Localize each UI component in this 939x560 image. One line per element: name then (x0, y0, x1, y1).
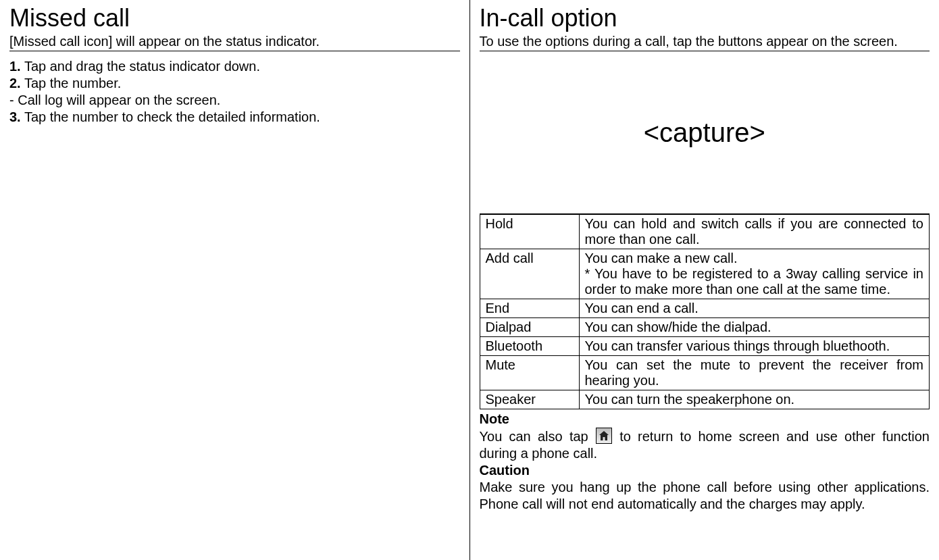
svg-marker-0 (599, 431, 609, 440)
option-label: Dialpad (480, 318, 579, 337)
step-2-sub: - Call log will appear on the screen. (9, 92, 460, 109)
option-label: Speaker (480, 390, 579, 409)
step-2-text: Tap the number. (21, 76, 122, 91)
left-column: Missed call [Missed call icon] will appe… (0, 0, 469, 560)
option-desc: You can make a new call. * You have to b… (579, 249, 930, 299)
option-desc: You can end a call. (579, 299, 930, 318)
option-desc: You can transfer various things through … (579, 337, 930, 356)
option-desc: You can set the mute to prevent the rece… (579, 356, 930, 390)
option-label: Bluetooth (480, 337, 579, 356)
right-subdesc: To use the options during a call, tap th… (480, 34, 930, 51)
document-page: Missed call [Missed call icon] will appe… (0, 0, 939, 560)
table-row: Add call You can make a new call. * You … (480, 249, 930, 299)
capture-placeholder: <capture> (480, 51, 930, 214)
step-2-num: 2. (9, 76, 21, 91)
option-desc: You can hold and switch calls if you are… (579, 215, 930, 249)
options-table: Hold You can hold and switch calls if yo… (480, 214, 930, 409)
option-label: Add call (480, 249, 579, 299)
option-desc: You can turn the speakerphone on. (579, 390, 930, 409)
capture-label: <capture> (644, 118, 765, 148)
table-row: Hold You can hold and switch calls if yo… (480, 215, 930, 249)
table-row: Dialpad You can show/hide the dialpad. (480, 318, 930, 337)
right-column: In-call option To use the options during… (470, 0, 940, 560)
note-text: You can also tap to return to home scree… (480, 428, 930, 462)
table-row: End You can end a call. (480, 299, 930, 318)
option-label: Hold (480, 215, 579, 249)
caution-text: Make sure you hang up the phone call bef… (480, 479, 930, 513)
step-3-text: Tap the number to check the detailed inf… (21, 109, 320, 124)
table-row: Bluetooth You can transfer various thing… (480, 337, 930, 356)
step-3-num: 3. (9, 109, 21, 124)
step-2: 2. Tap the number. (9, 75, 460, 92)
home-icon (596, 428, 612, 444)
table-row: Speaker You can turn the speakerphone on… (480, 390, 930, 409)
step-3: 3. Tap the number to check the detailed … (9, 109, 460, 126)
left-subdesc: [Missed call icon] will appear on the st… (9, 34, 460, 51)
left-title: Missed call (9, 4, 460, 32)
step-1: 1. Tap and drag the status indicator dow… (9, 58, 460, 75)
option-label: End (480, 299, 579, 318)
step-1-text: Tap and drag the status indicator down. (21, 59, 260, 74)
option-label: Mute (480, 356, 579, 390)
step-1-num: 1. (9, 59, 21, 74)
note-text-a: You can also tap (480, 429, 595, 444)
table-row: Mute You can set the mute to prevent the… (480, 356, 930, 390)
option-desc: You can show/hide the dialpad. (579, 318, 930, 337)
left-steps: 1. Tap and drag the status indicator dow… (9, 58, 460, 126)
caution-label: Caution (480, 462, 930, 479)
note-block: Note You can also tap to return to home … (480, 411, 930, 513)
right-title: In-call option (480, 4, 930, 32)
note-label: Note (480, 411, 930, 428)
